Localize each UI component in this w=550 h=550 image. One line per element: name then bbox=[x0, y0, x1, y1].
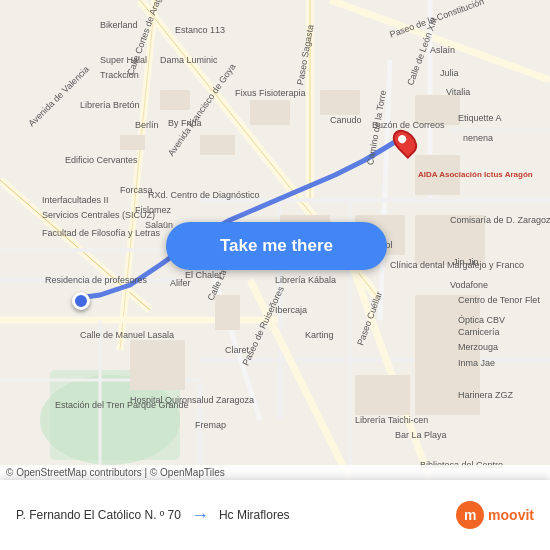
moovit-logo: m moovit bbox=[456, 501, 534, 529]
svg-rect-30 bbox=[120, 135, 145, 150]
svg-rect-34 bbox=[415, 95, 460, 125]
svg-rect-39 bbox=[130, 340, 185, 390]
bottom-bar: P. Fernando El Católico N. º 70 → Hc Mir… bbox=[0, 480, 550, 550]
svg-rect-41 bbox=[355, 375, 410, 415]
svg-rect-40 bbox=[215, 295, 240, 330]
svg-rect-29 bbox=[160, 90, 190, 110]
origin-marker bbox=[72, 292, 90, 310]
moovit-brand-text: moovit bbox=[488, 507, 534, 523]
svg-rect-32 bbox=[250, 100, 290, 125]
svg-rect-35 bbox=[415, 155, 460, 195]
destination-label: Hc Miraflores bbox=[219, 508, 290, 522]
svg-rect-42 bbox=[415, 295, 480, 415]
map-attribution: © OpenStreetMap contributors | © OpenMap… bbox=[0, 465, 550, 480]
take-me-there-button[interactable]: Take me there bbox=[166, 222, 387, 270]
route-arrow-icon: → bbox=[191, 505, 209, 526]
map-container: Avenida de ValenciaCalle Cortes de Aragó… bbox=[0, 0, 550, 480]
destination-marker bbox=[395, 128, 415, 156]
svg-rect-38 bbox=[415, 215, 485, 265]
moovit-logo-icon: m bbox=[456, 501, 484, 529]
route-info: P. Fernando El Católico N. º 70 → Hc Mir… bbox=[16, 505, 456, 526]
svg-rect-31 bbox=[200, 135, 235, 155]
origin-label: P. Fernando El Católico N. º 70 bbox=[16, 508, 181, 522]
svg-rect-33 bbox=[320, 90, 360, 115]
